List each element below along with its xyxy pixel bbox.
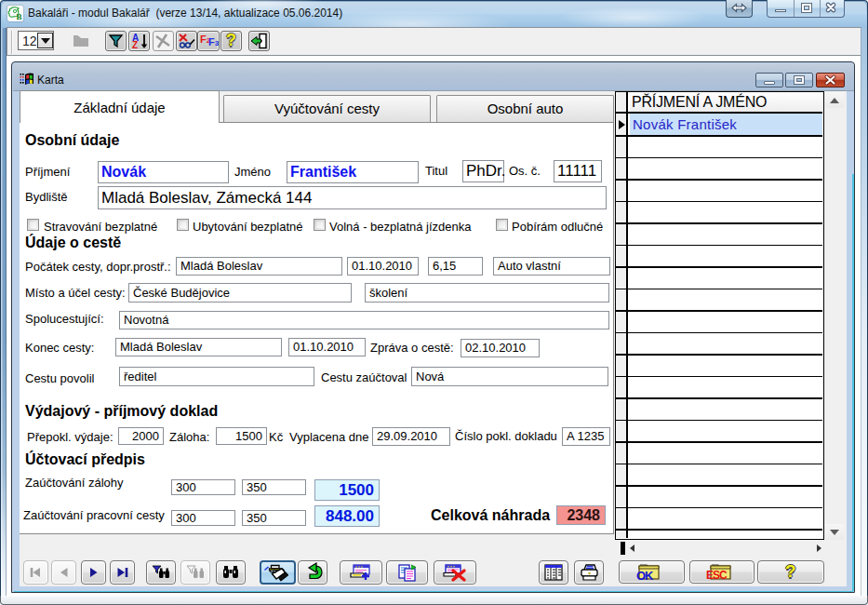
svg-text:ESC: ESC (706, 569, 728, 582)
svg-text:B: B (17, 12, 22, 21)
svg-text:OK: OK (636, 569, 654, 583)
